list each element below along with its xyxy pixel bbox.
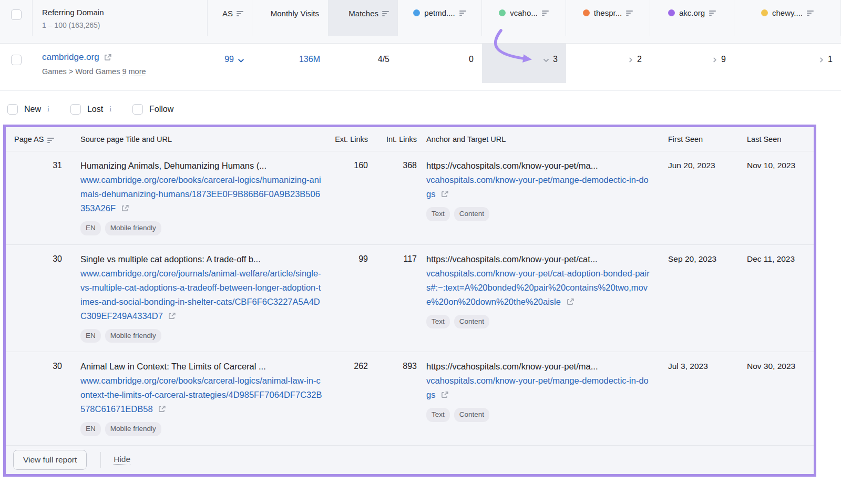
sort-icon[interactable] <box>459 11 466 16</box>
matches-column-header[interactable]: Matches <box>329 0 398 36</box>
domain-column-header-vcaho[interactable]: vcaho... <box>482 0 566 36</box>
referring-domain-column-header: Referring Domain <box>42 8 207 17</box>
akc-color-dot <box>668 9 675 16</box>
link-placement-badge: Content <box>454 408 489 422</box>
page-as-value: 31 <box>6 159 68 235</box>
domain-column-header-akc[interactable]: akc.org <box>650 0 734 36</box>
akc-count-cell[interactable]: 9 <box>650 44 734 83</box>
filter-lost[interactable]: Lost i <box>70 104 111 115</box>
lost-checkbox[interactable] <box>70 104 81 115</box>
info-icon[interactable]: i <box>109 105 111 114</box>
row-checkbox[interactable] <box>11 55 22 65</box>
more-categories-link[interactable]: 9 more <box>122 67 146 76</box>
sort-icon[interactable] <box>626 11 633 16</box>
view-full-report-button[interactable]: View full report <box>13 450 87 470</box>
new-checkbox[interactable] <box>7 104 18 115</box>
source-page-title: Animal Law in Context: The Limits of Car… <box>80 360 322 373</box>
last-seen-value: Nov 30, 2023 <box>747 360 814 436</box>
mobile-friendly-badge: Mobile friendly <box>105 221 161 235</box>
external-link-icon[interactable] <box>440 390 449 399</box>
target-url-link[interactable]: vcahospitals.com/know-your-pet/mange-dem… <box>426 173 652 201</box>
domain-table-header: Referring Domain 1 – 100 (163,265) AS Mo… <box>0 0 841 44</box>
source-page-url-link[interactable]: www.cambridge.org/core/books/carceral-lo… <box>80 173 322 215</box>
sort-icon[interactable] <box>542 11 549 16</box>
external-link-icon[interactable] <box>104 53 112 61</box>
chevron-right-icon[interactable] <box>711 56 718 64</box>
int-links-value: 117 <box>373 253 422 343</box>
vcaho-color-dot <box>499 9 506 16</box>
source-page-url-link[interactable]: www.cambridge.org/core/journals/animal-w… <box>80 266 322 323</box>
matches-value: 4/5 <box>329 44 398 83</box>
last-seen-column-header: Last Seen <box>747 135 814 143</box>
backlinks-table-footer: View full report Hide <box>6 446 814 474</box>
sort-icon[interactable] <box>382 11 389 16</box>
petmd-color-dot <box>413 9 420 16</box>
backlinks-table-header: Page AS Source page Title and URL Ext. L… <box>6 127 814 151</box>
sort-icon[interactable] <box>709 11 716 16</box>
domain-column-header-thespr[interactable]: thespr... <box>566 0 650 36</box>
first-seen-value: Jun 20, 2023 <box>668 159 747 235</box>
chewy-count-cell[interactable]: 1 <box>734 44 841 83</box>
link-filters: New i Lost i Follow <box>7 99 841 120</box>
filter-new[interactable]: New i <box>7 104 49 115</box>
first-seen-column-header: First Seen <box>668 135 747 143</box>
target-url-link[interactable]: vcahospitals.com/know-your-pet/mange-dem… <box>426 374 652 402</box>
referring-domains-panel: Referring Domain 1 – 100 (163,265) AS Mo… <box>0 0 841 504</box>
chevron-right-icon[interactable] <box>627 56 634 64</box>
info-icon[interactable]: i <box>47 105 49 114</box>
language-badge: EN <box>80 329 101 343</box>
source-page-title: Humanizing Animals, Dehumanizing Humans … <box>80 159 322 172</box>
chevron-right-icon[interactable] <box>818 56 825 64</box>
ext-links-value: 262 <box>331 360 373 436</box>
page-as-column-header[interactable]: Page AS <box>6 135 68 143</box>
thespr-count-cell[interactable]: 2 <box>566 44 650 83</box>
domain-column-header-chewy[interactable]: chewy.... <box>734 0 841 36</box>
page-as-value: 30 <box>6 360 68 436</box>
domain-column-header-petmd[interactable]: petmd.... <box>398 0 482 36</box>
petmd-count-cell: 0 <box>398 44 482 83</box>
link-placement-badge: Content <box>454 315 489 329</box>
follow-checkbox[interactable] <box>132 104 143 115</box>
external-link-icon[interactable] <box>121 204 129 212</box>
external-link-icon[interactable] <box>440 190 449 198</box>
first-seen-value: Sep 20, 2023 <box>668 253 747 343</box>
language-badge: EN <box>80 221 101 235</box>
external-link-icon[interactable] <box>158 405 166 413</box>
vcaho-count-cell[interactable]: 3 <box>482 44 566 83</box>
source-page-url-link[interactable]: www.cambridge.org/core/books/carceral-lo… <box>80 374 322 416</box>
monthly-visits-value[interactable]: 136M <box>252 44 329 83</box>
category-breadcrumb: Games > Word Games 9 more <box>42 67 208 76</box>
external-link-icon[interactable] <box>168 312 176 320</box>
page-as-value: 30 <box>6 253 68 343</box>
filter-follow[interactable]: Follow <box>132 104 173 115</box>
link-type-badge: Text <box>426 408 450 422</box>
sort-icon[interactable] <box>807 11 814 16</box>
last-seen-value: Dec 11, 2023 <box>747 253 814 343</box>
as-column-header[interactable]: AS <box>208 0 252 36</box>
last-seen-value: Nov 10, 2023 <box>747 159 814 235</box>
backlink-row: 30 Single vs multiple cat adoptions: A t… <box>6 245 814 353</box>
external-link-icon[interactable] <box>566 297 575 306</box>
anchor-text: https://vcahospitals.com/know-your-pet/c… <box>426 253 652 265</box>
int-links-column-header: Int. Links <box>373 135 422 143</box>
backlink-row: 30 Animal Law in Context: The Limits of … <box>6 352 814 446</box>
chevron-down-icon[interactable] <box>237 57 245 65</box>
target-url-link[interactable]: vcahospitals.com/know-your-pet/cat-adopt… <box>426 266 652 309</box>
thespr-color-dot <box>583 9 590 16</box>
select-all-checkbox[interactable] <box>11 9 22 20</box>
sort-icon[interactable] <box>47 138 54 143</box>
mobile-friendly-badge: Mobile friendly <box>105 422 161 436</box>
chewy-color-dot <box>761 9 768 16</box>
source-page-title: Single vs multiple cat adoptions: A trad… <box>80 253 322 265</box>
chevron-down-icon[interactable] <box>542 57 550 64</box>
sort-icon[interactable] <box>237 11 243 16</box>
as-value-cell[interactable]: 99 <box>208 44 252 83</box>
anchor-text: https://vcahospitals.com/know-your-pet/m… <box>426 360 652 373</box>
result-range: 1 – 100 (163,265) <box>42 21 207 29</box>
backlink-row: 31 Humanizing Animals, Dehumanizing Huma… <box>6 151 814 245</box>
domain-link[interactable]: cambridge.org <box>42 52 99 63</box>
hide-link[interactable]: Hide <box>114 455 130 465</box>
mobile-friendly-badge: Mobile friendly <box>105 329 161 343</box>
source-column-header: Source page Title and URL <box>68 135 331 143</box>
anchor-text: https://vcahospitals.com/know-your-pet/m… <box>426 159 652 172</box>
